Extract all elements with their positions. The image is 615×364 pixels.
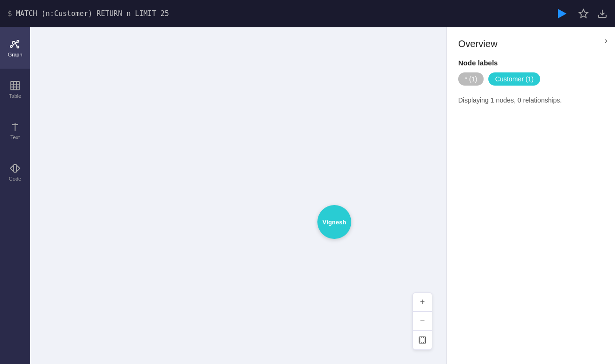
sidebar-item-graph[interactable]: Graph (0, 27, 30, 69)
svg-point-3 (17, 40, 19, 42)
play-icon (558, 9, 566, 18)
svg-point-5 (10, 46, 12, 47)
svg-marker-0 (579, 9, 588, 17)
graph-icon (9, 39, 21, 50)
sidebar-item-code[interactable]: Code (0, 151, 30, 193)
top-bar: $ MATCH (n:Customer) RETURN n LIMIT 25 (0, 0, 615, 27)
sidebar-item-table[interactable]: Table (0, 69, 30, 110)
node-labels-heading: Node labels (458, 59, 604, 67)
run-query-button[interactable] (555, 6, 570, 21)
text-label: Text (10, 135, 20, 140)
zoom-in-button[interactable]: + (413, 293, 432, 312)
main-layout: Graph Table Text (0, 27, 615, 364)
query-input[interactable]: MATCH (n:Customer) RETURN n LIMIT 25 (16, 9, 555, 18)
table-label: Table (9, 93, 21, 99)
favorite-button[interactable] (578, 8, 589, 19)
code-label: Code (9, 176, 21, 182)
label-badges: * (1) Customer (1) (458, 72, 604, 86)
top-bar-actions (555, 6, 607, 21)
badge-customer[interactable]: Customer (1) (488, 72, 540, 86)
panel-title: Overview (458, 39, 604, 49)
download-button[interactable] (597, 8, 607, 19)
zoom-out-button[interactable]: − (413, 312, 432, 331)
graph-canvas[interactable]: Vignesh + − (30, 27, 446, 364)
badge-all[interactable]: * (1) (458, 72, 484, 86)
graph-node-vignesh[interactable]: Vignesh (317, 205, 351, 239)
svg-point-2 (12, 41, 15, 44)
svg-line-8 (12, 44, 14, 47)
fit-graph-button[interactable] (413, 331, 432, 349)
node-label: Vignesh (323, 219, 346, 226)
right-panel: › Overview Node labels * (1) Customer (1… (446, 27, 615, 364)
zoom-controls: + − (413, 293, 432, 350)
table-icon (9, 80, 21, 91)
panel-collapse-button[interactable]: › (605, 36, 607, 46)
fit-icon (418, 336, 427, 344)
sidebar-item-text[interactable]: Text (0, 110, 30, 151)
graph-label: Graph (8, 52, 23, 57)
svg-rect-17 (419, 337, 426, 343)
download-icon (597, 8, 607, 19)
query-dollar: $ (8, 9, 12, 18)
svg-rect-9 (11, 81, 19, 90)
left-sidebar: Graph Table Text (0, 27, 30, 364)
star-icon (578, 8, 589, 19)
display-info: Displaying 1 nodes, 0 relationships. (458, 95, 604, 105)
text-icon (9, 121, 21, 133)
code-icon (9, 163, 21, 174)
svg-rect-16 (14, 165, 16, 172)
